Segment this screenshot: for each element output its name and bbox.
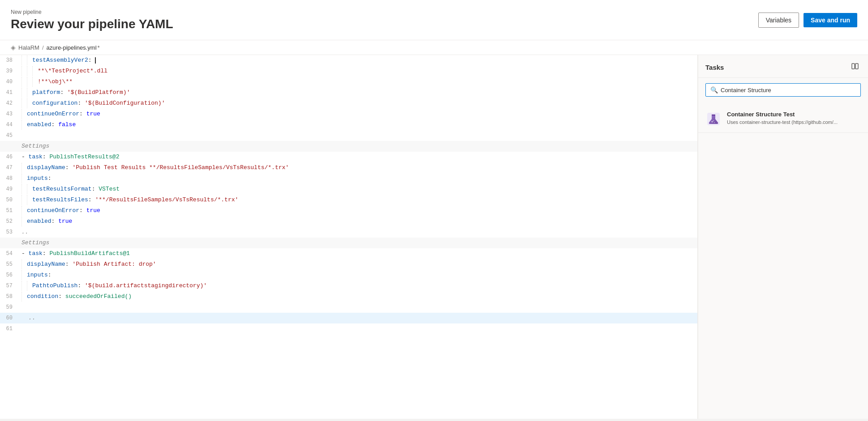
code-line-60: 60 .. <box>0 313 697 323</box>
modified-marker: * <box>98 44 100 51</box>
line-content-57: PathtoPublish: '$(build.artifactstagingd… <box>20 281 697 291</box>
line-number-49: 49 <box>0 184 20 194</box>
line-number-38: 38 <box>0 55 20 65</box>
line-number-59: 59 <box>0 302 20 312</box>
tasks-search-input[interactable] <box>721 87 856 94</box>
line-content-53: .. <box>20 227 697 237</box>
code-line-47: 47 displayName: 'Publish Test Results **… <box>0 162 697 173</box>
search-input-wrapper: 🔍 <box>705 83 861 97</box>
tasks-panel: Tasks 🔍 <box>698 55 868 419</box>
save-and-run-button[interactable]: Save and run <box>804 13 857 27</box>
top-bar-left: New pipeline Review your pipeline YAML <box>11 9 173 31</box>
task-item-container-structure-test[interactable]: Container Structure Test Uses container-… <box>698 106 868 133</box>
line-number-39: 39 <box>0 66 20 76</box>
main-layout: 38 testAssemblyVer2: 39 **\*TestProject*… <box>0 55 868 419</box>
page-title: Review your pipeline YAML <box>11 17 173 31</box>
code-line-46: 46 - task: PublishTestResults@2 <box>0 152 697 162</box>
line-content-settings-1: Settings <box>20 141 697 151</box>
line-content-40: !**\obj\** <box>20 77 697 87</box>
svg-point-5 <box>714 122 715 123</box>
code-line-settings-2: 54 Settings <box>0 238 697 248</box>
line-number-56: 56 <box>0 270 20 280</box>
line-content-50: testResultsFiles: '**/ResultsFileSamples… <box>20 195 697 205</box>
line-content-59 <box>20 302 697 312</box>
line-number-46: 46 <box>0 152 20 162</box>
code-line-58: 58 condition: succeededOrFailed() <box>0 291 697 302</box>
line-content-42: configuration: '$(BuildConfiguration)' <box>20 98 697 108</box>
line-number-45: 45 <box>0 131 20 140</box>
line-number-60: 60 <box>0 313 20 323</box>
line-content-60: .. <box>20 313 697 323</box>
line-content-48: inputs: <box>20 174 697 183</box>
code-line-61: 61 <box>0 323 697 334</box>
code-line-48: 48 inputs: <box>0 173 697 184</box>
line-content-38: testAssemblyVer2: <box>20 55 697 65</box>
code-line-59: 59 <box>0 302 697 313</box>
container-structure-test-icon <box>705 111 722 127</box>
code-editor[interactable]: 38 testAssemblyVer2: 39 **\*TestProject*… <box>0 55 698 419</box>
new-pipeline-label: New pipeline <box>11 9 173 15</box>
line-number-48: 48 <box>0 174 20 183</box>
line-content-51: continueOnError: true <box>20 206 697 216</box>
variables-button[interactable]: Variables <box>758 13 799 28</box>
line-content-47: displayName: 'Publish Test Results **/Re… <box>20 163 697 173</box>
code-line-45: 45 <box>0 130 697 141</box>
line-content-43: continueOnError: true <box>20 109 697 119</box>
line-number-58: 58 <box>0 292 20 302</box>
line-content-settings-2: Settings <box>20 238 697 248</box>
line-content-44: enabled: false <box>20 120 697 130</box>
svg-rect-3 <box>712 115 715 115</box>
repo-icon: ◈ <box>11 44 16 51</box>
code-line-55: 55 displayName: 'Publish Artifact: drop' <box>0 259 697 270</box>
line-number-51: 51 <box>0 206 20 216</box>
line-number-52: 52 <box>0 217 20 226</box>
task-info: Container Structure Test Uses container-… <box>727 111 861 126</box>
code-line-43: 43 continueOnError: true <box>0 109 697 119</box>
code-line-53: 53 .. <box>0 227 697 238</box>
line-number-40: 40 <box>0 77 20 87</box>
task-name: Container Structure Test <box>727 111 861 118</box>
breadcrumb-repo[interactable]: HalaRM <box>18 44 39 51</box>
svg-rect-0 <box>852 64 855 69</box>
top-bar: New pipeline Review your pipeline YAML V… <box>0 0 868 40</box>
code-lines: 38 testAssemblyVer2: 39 **\*TestProject*… <box>0 55 697 334</box>
line-number-57: 57 <box>0 281 20 291</box>
line-content-41: platform: '$(BuildPlatform)' <box>20 88 697 98</box>
breadcrumb: ◈ HalaRM / azure-pipelines.yml* <box>0 40 868 55</box>
line-content-55: displayName: 'Publish Artifact: drop' <box>20 259 697 269</box>
svg-point-4 <box>712 121 713 123</box>
code-line-51: 51 continueOnError: true <box>0 205 697 216</box>
line-content-52: enabled: true <box>20 217 697 226</box>
tasks-search: 🔍 <box>698 78 868 102</box>
top-bar-right: Variables Save and run <box>758 13 857 28</box>
line-content-54: - task: PublishBuildArtifacts@1 <box>20 249 697 259</box>
line-content-56: inputs: <box>20 270 697 280</box>
line-number-61: 61 <box>0 324 20 334</box>
breadcrumb-file: azure-pipelines.yml* <box>47 44 100 51</box>
line-content-61 <box>20 324 697 334</box>
line-content-49: testResultsFormat: VSTest <box>20 184 697 194</box>
code-line-40: 40 !**\obj\** <box>0 77 697 87</box>
code-line-39: 39 **\*TestProject*.dll <box>0 66 697 77</box>
code-line-56: 56 inputs: <box>0 270 697 281</box>
tasks-results: Container Structure Test Uses container-… <box>698 102 868 419</box>
line-number-43: 43 <box>0 109 20 119</box>
code-line-42: 42 configuration: '$(BuildConfiguration)… <box>0 98 697 109</box>
line-number-41: 41 <box>0 88 20 98</box>
breadcrumb-separator: / <box>42 44 44 51</box>
line-number-54: 54 <box>0 249 20 259</box>
line-number-47: 47 <box>0 163 20 173</box>
search-icon: 🔍 <box>710 86 718 94</box>
line-number-42: 42 <box>0 98 20 108</box>
code-line-50: 50 testResultsFiles: '**/ResultsFileSamp… <box>0 195 697 205</box>
line-number-55: 55 <box>0 259 20 269</box>
code-line-49: 49 testResultsFormat: VSTest <box>0 184 697 195</box>
svg-rect-1 <box>855 64 858 69</box>
tasks-collapse-button[interactable] <box>849 61 861 73</box>
code-line-52: 52 enabled: true <box>0 216 697 227</box>
line-number-50: 50 <box>0 195 20 205</box>
code-line-41: 41 platform: '$(BuildPlatform)' <box>0 87 697 98</box>
line-content-45 <box>20 131 697 140</box>
line-number-44: 44 <box>0 120 20 130</box>
code-line-settings-1: 46 Settings <box>0 141 697 152</box>
